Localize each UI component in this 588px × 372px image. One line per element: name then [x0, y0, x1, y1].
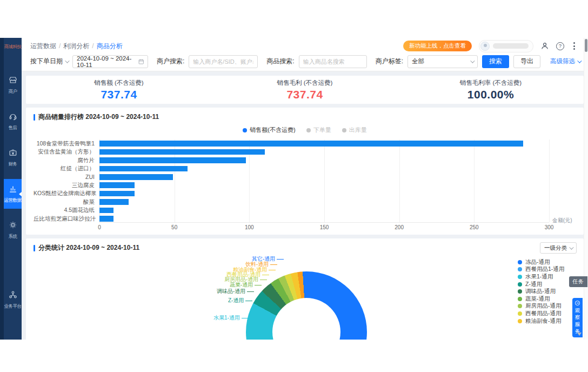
topbar: 运营数据/利润分析/商品分析 新功能上线，点击查看 [22, 38, 588, 71]
product-search-input[interactable] [299, 55, 367, 68]
sidebar-item-label: 售后 [9, 125, 17, 131]
category-level-select[interactable]: 一级分类 [540, 242, 577, 254]
pie-section-title: 分类统计 2024-10-09 ~ 2024-10-11 [38, 243, 139, 253]
bar-category-label: 三边腐皮 [34, 181, 99, 189]
merchant-search-input[interactable] [189, 55, 258, 68]
pie-legend-item-1[interactable]: 西餐用品1-通用 [518, 266, 564, 274]
bar-2 [99, 157, 246, 163]
finance-icon [8, 148, 18, 160]
bar-category-label: 腐竹片 [34, 156, 99, 164]
chevron-down-icon [65, 58, 69, 63]
help-icon[interactable] [556, 42, 564, 50]
breadcrumb-item-2[interactable]: 商品分析 [97, 42, 123, 51]
filter-bar: 按下单日期 2024-10-09 ~ 2024-10-11 商户搜索: 商品搜索… [22, 54, 588, 71]
promo-badge[interactable]: 新功能上线，点击查看 [403, 41, 472, 51]
vertical-scrollbar[interactable] [584, 38, 588, 340]
scrollbar-thumb[interactable] [585, 39, 587, 52]
leader-line [242, 318, 249, 318]
app-logo: 商城科技 [0, 38, 22, 56]
merchant-tag-select[interactable]: 全部 [407, 55, 478, 68]
stat-1: 销售毛利 (不含运费) 737.74 [212, 79, 398, 101]
merchant-tag-label: 商户标签: [376, 57, 403, 66]
more-menu-icon[interactable] [571, 42, 577, 50]
sidebar-item-1[interactable]: 售后 [4, 107, 22, 136]
stat-value: 737.74 [26, 88, 212, 101]
legend-dot [518, 304, 522, 308]
product-ranking-card: 商品销量排行榜 2024-10-09 ~ 2024-10-11 销售额(不含运费… [26, 108, 584, 235]
x-tick: 50 [171, 224, 177, 230]
bar-1 [99, 149, 265, 155]
stat-2: 销售毛利率 (不含运费) 100.00% [398, 79, 584, 101]
section-header: 分类统计 2024-10-09 ~ 2024-10-11 [34, 243, 576, 253]
sidebar-item-5[interactable]: 业务平台 [4, 285, 22, 315]
bar-chart-icon [8, 184, 18, 196]
pie-legend-item-7[interactable]: 西餐用品-通用 [518, 310, 564, 317]
bar-8 [99, 208, 113, 214]
pie-legend-item-6[interactable]: 厨房用品-通用 [518, 303, 564, 310]
legend-dot [518, 311, 522, 316]
legend-dot [518, 319, 522, 323]
chevron-down-icon [569, 245, 573, 249]
bar-chart-x-ticks: 050100150200250300 [99, 223, 549, 231]
pie-legend-item-5[interactable]: 蔬菜-通用 [518, 295, 564, 303]
pie-legend-item-8[interactable]: 粮油副食-通用 [518, 317, 564, 325]
collapse-arrow-icon[interactable] [577, 333, 582, 336]
legend-dot [518, 297, 522, 301]
service-floating-tab[interactable]: 观察服务 [572, 298, 583, 337]
product-search-label: 商品搜索: [266, 57, 294, 66]
user-menu[interactable] [479, 40, 533, 52]
bar-category-label: 酸菜 [34, 198, 99, 206]
bar-6 [99, 191, 135, 197]
section-accent [34, 245, 35, 251]
content-scroll-area[interactable]: 销售额 (不含运费) 737.74 销售毛利 (不含运费) 737.74 销售毛… [22, 71, 588, 340]
breadcrumb-item-1[interactable]: 利润分析 [63, 42, 89, 51]
donut-hole [272, 298, 340, 340]
task-floating-tab[interactable]: 任务 [569, 276, 587, 287]
breadcrumb-separator: / [59, 42, 61, 50]
pie-legend-item-4[interactable]: 调味品-通用 [518, 288, 564, 295]
sidebar-item-label: 运营数据 [4, 197, 22, 204]
bar-category-label: 安佳含盐黄油（方形） [34, 148, 99, 156]
search-button[interactable]: 搜索 [482, 55, 509, 68]
bar-0 [99, 141, 523, 147]
sidebar-item-0[interactable]: 商户 [4, 70, 22, 100]
bar-chart-plot [99, 140, 549, 223]
contact-icon[interactable] [540, 42, 549, 50]
pie-legend-item-3[interactable]: Z-通用 [518, 281, 564, 288]
breadcrumb-item-0[interactable]: 运营数据 [30, 42, 56, 51]
pie-callout-6: 调味品-通用 [217, 288, 254, 295]
sidebar-item-4[interactable]: 系统 [4, 215, 22, 245]
sidebar-item-label: 商户 [9, 89, 17, 95]
page: 商城科技 商户 售后 财务 运营数据 系统 业务平台 [0, 0, 588, 372]
export-button[interactable]: 导出 [513, 55, 540, 68]
bar-7 [99, 199, 129, 205]
gridline [474, 140, 475, 222]
pie-legend-item-2[interactable]: 水果1-通用 [518, 273, 564, 281]
stat-label: 销售毛利率 (不含运费) [398, 79, 584, 87]
leader-line [269, 270, 276, 270]
date-type-select[interactable]: 按下单日期 [30, 57, 68, 66]
legend-item-2[interactable]: 出库量 [342, 126, 367, 134]
sidebar-item-label: 财务 [9, 161, 17, 168]
sidebar-item-3[interactable]: 运营数据 [4, 179, 22, 209]
legend-item-0[interactable]: 销售额(不含运费) [243, 126, 295, 134]
active-notch [19, 192, 22, 196]
bar-category-label: ZUI [34, 173, 99, 181]
leader-line [260, 280, 267, 280]
username-redacted [493, 43, 529, 49]
stat-label: 销售额 (不含运费) [26, 79, 212, 87]
bar-9 [99, 216, 113, 222]
advanced-filter-toggle[interactable]: 高级筛选 [550, 57, 583, 65]
sidebar-item-2[interactable]: 财务 [4, 143, 22, 172]
x-tick: 300 [545, 224, 554, 230]
stat-label: 销售毛利 (不含运费) [212, 79, 398, 87]
pie-legend-item-0[interactable]: 冻品-通用 [518, 258, 564, 266]
chevron-down-icon [577, 58, 582, 63]
legend-item-1[interactable]: 下单量 [306, 126, 331, 134]
leader-line [270, 264, 277, 265]
section-accent [34, 114, 35, 121]
sidebar-items: 商户 售后 财务 运营数据 系统 业务平台 [0, 70, 22, 321]
date-range-input[interactable]: 2024-10-09 ~ 2024-10-11 [72, 55, 148, 68]
stat-value: 100.00% [398, 88, 584, 101]
stat-value: 737.74 [212, 88, 398, 101]
